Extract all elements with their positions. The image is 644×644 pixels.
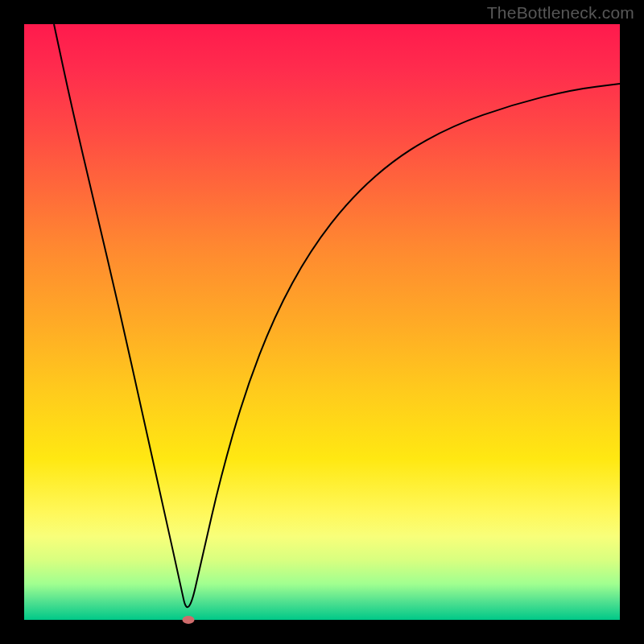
curve-path <box>54 24 620 607</box>
chart-curve <box>24 24 620 620</box>
minimum-marker <box>182 616 194 624</box>
watermark: TheBottleneck.com <box>487 3 634 23</box>
